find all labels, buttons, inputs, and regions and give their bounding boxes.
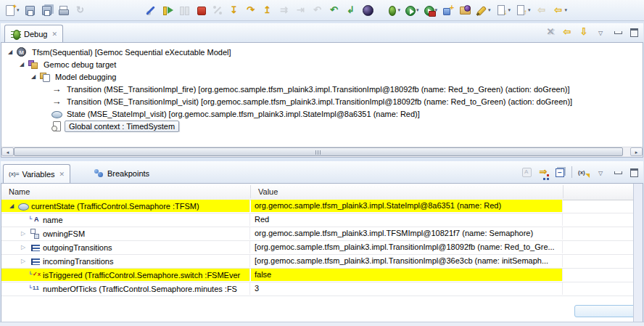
run-button[interactable]: ▾ <box>404 2 421 18</box>
column-divider[interactable] <box>250 185 251 198</box>
show-type-names-button[interactable] <box>520 166 533 179</box>
new-class-wizard-button[interactable] <box>441 2 455 18</box>
variable-row[interactable]: isTriggered (TrafficControl.Semaphore.sw… <box>1 269 635 282</box>
debug-tree-row[interactable]: Gemoc debug target <box>1 58 643 70</box>
tab-debug-close-icon[interactable]: ✕ <box>51 30 57 38</box>
step-backward-icon <box>329 4 340 16</box>
remove-all-terminated-button[interactable] <box>544 25 557 38</box>
maximize-button[interactable] <box>627 25 640 38</box>
variable-name-cell: currentState (TrafficControl.Semaphore :… <box>1 200 250 212</box>
print-button[interactable] <box>57 2 71 18</box>
variable-row[interactable]: numberOfTicks (TrafficControl.Semaphore.… <box>1 282 635 296</box>
maximize-button[interactable] <box>627 166 640 179</box>
variable-row[interactable]: incomingTransitions[org.gemoc.sample.tfs… <box>1 255 635 269</box>
collapse-all-button[interactable] <box>553 166 566 179</box>
refresh-button[interactable] <box>73 2 88 18</box>
view-menu-button[interactable] <box>594 25 607 38</box>
step-forward-icon <box>578 26 590 38</box>
resume-button[interactable] <box>160 2 175 18</box>
step-return-button[interactable] <box>260 2 275 18</box>
collapsed-expander-icon[interactable] <box>17 230 29 237</box>
debug-tree-row[interactable]: State (MSE_StateImpl_visit) [org.gemoc.s… <box>1 107 643 120</box>
step-return-icon <box>262 4 273 16</box>
toggle-mark-occurrences-dropdown-arrow[interactable]: ▾ <box>488 7 491 13</box>
target-icon <box>28 59 39 70</box>
expanded-expander-icon[interactable] <box>4 49 16 55</box>
toggle-mark-occurrences-button[interactable]: ▾ <box>474 2 492 18</box>
step-backward-into-icon <box>345 4 357 16</box>
debug-tree-row[interactable]: Global context : TimedSystem <box>1 120 643 132</box>
suspend-button[interactable] <box>177 2 191 18</box>
tab-breakpoints-label: Breakpoints <box>107 169 149 178</box>
run-dropdown-arrow[interactable]: ▾ <box>416 7 419 13</box>
variable-value-cell: false <box>251 269 563 281</box>
step-over-icon <box>245 4 257 16</box>
terminate-icon <box>195 4 207 16</box>
column-divider[interactable] <box>563 185 564 198</box>
step-backward-button[interactable] <box>327 2 342 18</box>
breakpoints-icon <box>94 169 104 178</box>
step-back-button[interactable] <box>561 25 574 38</box>
tab-variables[interactable]: (x)= Variables ✕ <box>3 164 70 183</box>
run-to-line-button[interactable] <box>277 2 292 18</box>
undo-step-button[interactable] <box>310 2 325 18</box>
add-watch-expression-button[interactable] <box>577 166 590 179</box>
scroll-left-button[interactable]: ◂ <box>1 147 14 156</box>
step-backward-into-button[interactable] <box>344 2 358 18</box>
expanded-expander-icon[interactable] <box>28 73 39 80</box>
run-external-tools-button[interactable]: ▾ <box>423 2 439 18</box>
terminate-button[interactable] <box>194 2 208 18</box>
new-class-wizard-icon <box>442 4 454 16</box>
tab-debug[interactable]: Debug ✕ <box>4 25 63 42</box>
expanded-expander-icon[interactable] <box>6 203 17 209</box>
next-annotation-icon <box>496 4 508 16</box>
variable-row[interactable]: owningFSMorg.gemoc.sample.tfsm_plaink3.i… <box>1 227 635 241</box>
variable-row[interactable]: nameRed <box>1 213 635 227</box>
column-header-name[interactable]: Name <box>1 184 250 200</box>
next-annotation-dropdown-arrow[interactable]: ▾ <box>508 7 511 13</box>
back-to-last-location-button[interactable]: ▾ <box>551 2 569 18</box>
gemoc-engine-button[interactable] <box>360 2 375 18</box>
back-disabled-button[interactable] <box>534 2 549 18</box>
save-button[interactable] <box>23 2 38 18</box>
use-step-filters-icon <box>295 4 307 16</box>
back-to-last-location-dropdown-arrow[interactable]: ▾ <box>565 7 568 13</box>
print-icon <box>58 4 70 16</box>
step-into-button[interactable] <box>227 2 242 18</box>
step-over-button[interactable] <box>244 2 258 18</box>
disconnect-button[interactable] <box>210 2 225 18</box>
scrollbar-thumb[interactable] <box>14 147 623 156</box>
new-wizard-button[interactable]: ▾ <box>3 2 21 18</box>
tab-breakpoints[interactable]: Breakpoints <box>89 164 154 183</box>
previous-annotation-button[interactable]: ▾ <box>514 2 532 18</box>
tab-variables-close-icon[interactable]: ✕ <box>59 171 65 178</box>
column-header-value[interactable]: Value <box>251 184 563 200</box>
expanded-expander-icon[interactable] <box>16 61 28 68</box>
variable-row[interactable]: currentState (TrafficControl.Semaphore :… <box>1 200 635 213</box>
next-annotation-button[interactable]: ▾ <box>495 2 513 18</box>
collapsed-expander-icon[interactable] <box>17 258 29 264</box>
debug-dropdown-arrow[interactable]: ▾ <box>398 7 401 13</box>
view-menu-button[interactable] <box>594 166 607 179</box>
minimize-button[interactable] <box>611 25 624 38</box>
variable-row[interactable]: outgoingTransitions[org.gemoc.sample.tfs… <box>1 241 635 255</box>
open-web-browser-button[interactable] <box>458 2 472 18</box>
debug-tree-row[interactable]: Transition (MSE_TransitionImpl_fire) [or… <box>1 83 643 95</box>
debug-horizontal-scrollbar[interactable]: ◂ ▸ <box>1 147 643 157</box>
debug-view-toolbar <box>544 25 640 38</box>
scroll-right-button[interactable]: ▸ <box>630 147 643 156</box>
debug-tree-row[interactable]: Model debugging <box>1 70 643 83</box>
debug-button[interactable]: ▾ <box>384 2 402 18</box>
variables-vertical-scrollbar[interactable] <box>633 184 643 326</box>
previous-annotation-dropdown-arrow[interactable]: ▾ <box>528 7 531 13</box>
use-step-filters-button[interactable] <box>294 2 308 18</box>
debug-tree-row[interactable]: Transition (MSE_TransitionImpl_visit) [o… <box>1 95 643 107</box>
debug-tree-row[interactable]: Tfsm(Sequential) [Gemoc Sequential eXecu… <box>1 46 643 58</box>
reference-icon <box>29 228 41 240</box>
show-logical-structure-button[interactable] <box>537 166 550 179</box>
collapsed-expander-icon[interactable] <box>17 244 29 250</box>
step-forward-button[interactable] <box>577 25 590 38</box>
skip-all-breakpoints-button[interactable] <box>144 2 158 18</box>
minimize-button[interactable] <box>611 166 624 179</box>
save-all-button[interactable] <box>40 2 54 18</box>
